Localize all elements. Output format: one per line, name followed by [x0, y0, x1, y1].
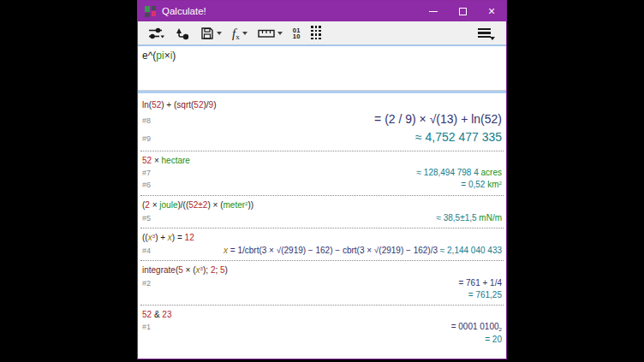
menu-button[interactable] — [473, 23, 496, 44]
history-index-label: #1 — [142, 321, 151, 333]
text-segment: 3 — [152, 233, 155, 239]
text-segment: mN/m — [479, 213, 502, 223]
ruler-icon — [258, 27, 275, 39]
text-segment: = 761 + 1/4 — [458, 278, 502, 288]
history-result-row[interactable]: = 761,25 — [138, 289, 506, 301]
exact-arrow-dot-icon — [175, 27, 190, 40]
exact-toggle-button[interactable] — [171, 23, 194, 44]
functions-button[interactable]: fx — [229, 23, 251, 44]
text-segment: × — [164, 50, 170, 62]
menu-caret-icon — [490, 37, 495, 40]
history-result-row[interactable]: #7≈ 128,494 798 4 acres — [138, 167, 506, 179]
mode-button[interactable] — [145, 23, 168, 44]
screen: Qalculate! × — [0, 0, 644, 362]
history-index-label: #5 — [142, 212, 151, 224]
units-dropdown-caret — [277, 32, 283, 35]
text-segment: (( — [142, 233, 148, 242]
history-separator — [140, 194, 504, 196]
history-result-value[interactable]: = 761 + 1/4 — [151, 277, 502, 289]
text-segment: )) — [248, 200, 254, 210]
history-result-value[interactable]: = 20 — [142, 334, 502, 346]
history-result-value[interactable]: x = 1/cbrt(3 × √(2919) − 162) − cbrt(3 ×… — [151, 245, 502, 257]
text-segment: 3 — [200, 265, 203, 271]
functions-dropdown-caret — [242, 32, 247, 35]
history-result-row[interactable]: #8= (2 / 9) × √(13) + ln(52) — [138, 111, 506, 129]
text-segment: acres — [481, 168, 502, 177]
history-expression[interactable]: 52 × hectare — [142, 155, 501, 166]
text-segment: ≈ 2,144 040 433 — [440, 246, 502, 255]
text-segment: 2 — [245, 200, 247, 206]
history-result-row[interactable]: #6= 0,52 km2 — [138, 179, 506, 192]
history-expression[interactable]: integrate(5 × (x3); 2; 5) — [142, 264, 501, 276]
text-segment: = 761,25 — [468, 290, 502, 300]
keypad-button[interactable] — [307, 23, 325, 44]
history-result-value[interactable]: = 0,52 km2 — [151, 179, 502, 192]
text-segment: 52 — [142, 310, 152, 319]
save-icon — [200, 27, 214, 40]
text-segment: 52 — [152, 100, 161, 110]
text-segment: x — [148, 233, 152, 242]
save-button[interactable] — [197, 23, 225, 44]
history-separator — [140, 227, 504, 228]
number-bases-button[interactable]: 01 10 — [289, 23, 304, 44]
history-result-row[interactable]: #5≈ 38,5±1,5 mN/m — [138, 212, 506, 224]
history-result-row[interactable]: #1= 0001 01002 — [138, 321, 506, 334]
text-segment: = 0,52 — [461, 180, 487, 189]
text-segment: ) + — [155, 233, 168, 242]
save-dropdown-caret — [217, 32, 222, 35]
history-result-value[interactable]: ≈ 128,494 798 4 acres — [151, 167, 502, 179]
close-button[interactable]: × — [477, 1, 506, 21]
history-result-value[interactable]: ≈ 4,752 477 335 — [151, 129, 502, 145]
text-segment: 2 — [499, 180, 502, 186]
text-segment: ) × ( — [207, 200, 223, 210]
history-result-row[interactable]: = 20 — [138, 334, 506, 346]
text-segment: )/(( — [177, 200, 188, 210]
history-result-row[interactable]: #4x = 1/cbrt(3 × √(2919) − 162) − cbrt(3… — [138, 245, 506, 257]
text-segment: = (2 / 9) × √(13) + ln(52) — [374, 112, 502, 126]
titlebar: Qalculate! × — [138, 1, 506, 21]
history-separator — [140, 259, 504, 261]
text-segment: × — [152, 156, 161, 165]
units-button[interactable] — [254, 23, 286, 44]
text-segment: 52 — [142, 156, 152, 165]
close-icon: × — [488, 5, 495, 17]
binary-icon: 01 10 — [293, 27, 301, 39]
text-segment: ≈ 128,494 798 4 — [417, 168, 481, 177]
text-segment: meter — [223, 200, 245, 210]
text-segment: = 1/cbrt(3 × √(2919) − 162) − cbrt(3 × √… — [228, 246, 440, 255]
text-segment: ) — [225, 265, 228, 275]
text-segment: 2 — [499, 326, 502, 332]
maximize-button[interactable] — [448, 1, 477, 21]
minimize-button[interactable] — [419, 1, 448, 21]
history-result-value[interactable]: = 0001 01002 — [151, 321, 502, 334]
text-segment: x — [196, 265, 200, 275]
maximize-icon — [459, 8, 467, 15]
history-expression[interactable]: ln(52) + (sqrt(52)/9) — [142, 99, 501, 110]
history-result-row[interactable]: #2= 761 + 1/4 — [138, 277, 506, 289]
text-segment: = 0001 0100 — [451, 322, 499, 331]
text-segment: joule — [159, 200, 177, 210]
history-result-row[interactable]: #9≈ 4,752 477 335 — [138, 129, 506, 147]
expression-input[interactable]: e^(pi×i) — [138, 46, 506, 90]
minimize-icon — [429, 11, 438, 12]
history-panel[interactable]: ln(52) + (sqrt(52)/9)#8= (2 / 9) × √(13)… — [138, 93, 506, 359]
history-expression[interactable]: 52 & 23 — [142, 309, 501, 320]
text-segment: 52±2 — [188, 200, 207, 210]
text-segment: ) = — [172, 233, 185, 242]
history-expression[interactable]: ((x3) + x) = 12 — [142, 232, 501, 244]
hamburger-menu-icon — [476, 27, 492, 40]
history-index-label: #6 — [142, 179, 151, 191]
history-result-value[interactable]: ≈ 38,5±1,5 mN/m — [151, 212, 502, 224]
qalculate-window: Qalculate! × — [137, 0, 507, 359]
history-result-value[interactable]: = 761,25 — [142, 289, 502, 301]
text-segment: = 20 — [485, 335, 502, 344]
history-expression[interactable]: (2 × joule)/((52±2) × (meter2)) — [142, 199, 501, 211]
text-segment: e^( — [142, 50, 156, 62]
text-segment: integrate — [142, 265, 176, 275]
text-segment: & — [152, 310, 162, 319]
history-index-label: #8 — [142, 113, 151, 129]
text-segment: ); — [203, 265, 211, 275]
text-segment: ≈ 38,5±1,5 — [436, 213, 479, 223]
text-segment: km — [487, 180, 498, 189]
history-result-value[interactable]: = (2 / 9) × √(13) + ln(52) — [151, 111, 502, 128]
